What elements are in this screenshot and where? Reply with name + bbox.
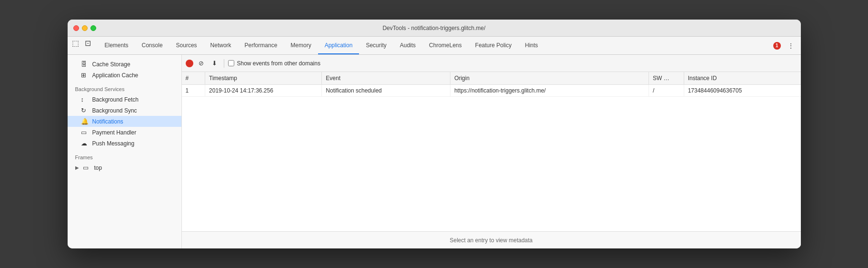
push-messaging-icon: ☁ xyxy=(81,140,89,147)
application-cache-icon: ⊞ xyxy=(81,72,89,79)
devtools-window: DevTools - notification-triggers.glitch.… xyxy=(68,20,801,248)
sidebar-item-label: top xyxy=(94,165,102,171)
error-badge: 1 xyxy=(773,42,781,50)
sidebar-item-label: Push Messaging xyxy=(92,140,135,147)
sidebar-item-background-fetch[interactable]: ↕ Background Fetch xyxy=(68,94,181,105)
cell-sw: / xyxy=(649,85,684,97)
cell-timestamp: 2019-10-24 14:17:36.256 xyxy=(205,85,322,97)
tab-sources[interactable]: Sources xyxy=(170,37,204,54)
table-header: # Timestamp Event Origin SW … Instance I… xyxy=(182,72,801,85)
tab-chromelens[interactable]: ChromeLens xyxy=(422,37,469,54)
sidebar-item-cache-storage[interactable]: 🗄 Cache Storage xyxy=(68,59,181,70)
tab-network[interactable]: Network xyxy=(204,37,238,54)
nav-tabs: ⬚ ⊡ Elements Console Sources Network Per… xyxy=(68,37,801,55)
cell-event: Notification scheduled xyxy=(322,85,450,97)
close-button[interactable] xyxy=(73,25,79,31)
notifications-table: # Timestamp Event Origin SW … Instance I… xyxy=(182,72,801,97)
table-row[interactable]: 1 2019-10-24 14:17:36.256 Notification s… xyxy=(182,85,801,97)
tab-audits[interactable]: Audits xyxy=(393,37,422,54)
cell-origin: https://notification-triggers.glitch.me/ xyxy=(450,85,649,97)
sidebar: 🗄 Cache Storage ⊞ Application Cache Back… xyxy=(68,55,182,248)
table-body: 1 2019-10-24 14:17:36.256 Notification s… xyxy=(182,85,801,97)
sidebar-item-application-cache[interactable]: ⊞ Application Cache xyxy=(68,70,181,81)
sidebar-item-label: Payment Handler xyxy=(92,129,137,136)
device-toggle-button[interactable]: ⊡ xyxy=(82,37,94,49)
table-container: # Timestamp Event Origin SW … Instance I… xyxy=(182,72,801,231)
cache-storage-icon: 🗄 xyxy=(81,61,89,68)
col-header-origin[interactable]: Origin xyxy=(450,72,649,85)
show-other-domains-checkbox[interactable] xyxy=(228,60,234,66)
payment-handler-icon: ▭ xyxy=(81,129,89,136)
nav-extras: 1 ⋮ xyxy=(773,37,799,54)
more-options-button[interactable]: ⋮ xyxy=(785,40,797,52)
cell-instance-id: 17348446094636705 xyxy=(684,85,800,97)
content-area: 🗄 Cache Storage ⊞ Application Cache Back… xyxy=(68,55,801,248)
maximize-button[interactable] xyxy=(90,25,96,31)
col-header-event[interactable]: Event xyxy=(322,72,450,85)
frames-label: Frames xyxy=(68,149,181,162)
tab-security[interactable]: Security xyxy=(359,37,393,54)
col-header-sw[interactable]: SW … xyxy=(649,72,684,85)
inspect-element-button[interactable]: ⬚ xyxy=(70,37,82,49)
sidebar-item-push-messaging[interactable]: ☁ Push Messaging xyxy=(68,138,181,149)
background-sync-icon: ↻ xyxy=(81,107,89,114)
titlebar: DevTools - notification-triggers.glitch.… xyxy=(68,20,801,37)
sidebar-item-top-frame[interactable]: ▶ ▭ top xyxy=(68,162,181,173)
action-bar: ⊘ ⬇ Show events from other domains xyxy=(182,55,801,72)
tab-performance[interactable]: Performance xyxy=(238,37,284,54)
error-count: 1 xyxy=(773,42,781,50)
col-header-instance-id[interactable]: Instance ID xyxy=(684,72,800,85)
status-text: Select an entry to view metadata xyxy=(449,237,532,244)
sidebar-item-label: Cache Storage xyxy=(92,61,130,68)
sidebar-item-label: Application Cache xyxy=(92,72,139,79)
background-services-label: Background Services xyxy=(68,81,181,94)
sidebar-item-label: Background Sync xyxy=(92,107,137,114)
notifications-icon: 🔔 xyxy=(81,118,89,125)
main-panel: ⊘ ⬇ Show events from other domains # Tim… xyxy=(182,55,801,248)
window-title: DevTools - notification-triggers.glitch.… xyxy=(382,25,485,31)
tab-hints[interactable]: Hints xyxy=(519,37,545,54)
show-other-domains-label[interactable]: Show events from other domains xyxy=(228,60,320,67)
frames-arrow-icon: ▶ xyxy=(75,165,79,170)
sidebar-item-label: Notifications xyxy=(92,118,123,125)
background-fetch-icon: ↕ xyxy=(81,96,89,103)
download-button[interactable]: ⬇ xyxy=(210,58,220,69)
tab-memory[interactable]: Memory xyxy=(284,37,318,54)
sidebar-item-payment-handler[interactable]: ▭ Payment Handler xyxy=(68,127,181,138)
status-bar: Select an entry to view metadata xyxy=(182,231,801,248)
sidebar-item-label: Background Fetch xyxy=(92,96,139,103)
sidebar-item-notifications[interactable]: 🔔 Notifications xyxy=(68,116,181,127)
tab-elements[interactable]: Elements xyxy=(98,37,135,54)
tab-application[interactable]: Application xyxy=(318,37,359,54)
clear-button[interactable]: ⊘ xyxy=(196,58,207,69)
cell-num: 1 xyxy=(182,85,205,97)
tab-feature-policy[interactable]: Feature Policy xyxy=(469,37,519,54)
col-header-timestamp[interactable]: Timestamp xyxy=(205,72,322,85)
frame-icon: ▭ xyxy=(83,164,90,171)
record-button[interactable] xyxy=(186,60,193,67)
col-header-num[interactable]: # xyxy=(182,72,205,85)
traffic-lights xyxy=(73,25,96,31)
divider xyxy=(224,59,224,68)
sidebar-item-background-sync[interactable]: ↻ Background Sync xyxy=(68,105,181,116)
minimize-button[interactable] xyxy=(82,25,88,31)
tab-console[interactable]: Console xyxy=(135,37,170,54)
checkbox-label-text: Show events from other domains xyxy=(237,60,320,67)
